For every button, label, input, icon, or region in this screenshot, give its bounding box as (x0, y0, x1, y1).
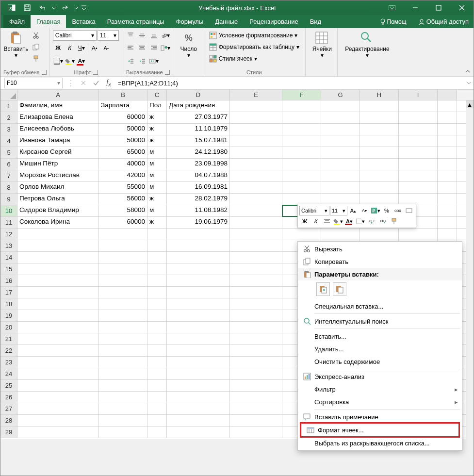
cell-B29[interactable] (99, 427, 147, 438)
row-header-26[interactable]: 26 (0, 392, 17, 403)
cell-D23[interactable] (167, 357, 230, 368)
cell-E5[interactable] (230, 147, 282, 158)
cell-A26[interactable] (17, 392, 99, 403)
row-header-23[interactable]: 23 (0, 357, 17, 368)
number-format-button[interactable]: % Число▾ (177, 30, 200, 59)
row-header-25[interactable]: 25 (0, 380, 17, 391)
cell-H6[interactable] (360, 159, 399, 170)
row-header-20[interactable]: 20 (0, 322, 17, 333)
redo-dropdown-icon[interactable] (73, 1, 79, 15)
mini-italic-button[interactable]: К (311, 216, 321, 226)
maximize-button[interactable] (427, 0, 450, 15)
cell-C24[interactable] (147, 368, 167, 379)
col-header-A[interactable]: A (17, 90, 99, 100)
decrease-indent-icon[interactable] (125, 56, 136, 66)
cell-E2[interactable] (230, 112, 282, 123)
cell-D22[interactable] (167, 345, 230, 356)
cell-H7[interactable] (360, 170, 399, 181)
mini-bold-button[interactable]: Ж (299, 216, 310, 226)
cell-E12[interactable] (230, 229, 282, 240)
cell-C8[interactable]: м (147, 182, 167, 193)
cell-G4[interactable] (321, 135, 360, 147)
menu-insert[interactable]: Вставить... (298, 330, 462, 343)
cell-C10[interactable]: м (147, 205, 167, 216)
cell-H2[interactable] (360, 112, 399, 123)
cell-D28[interactable] (167, 415, 230, 426)
mini-fill-button[interactable]: ▾ (333, 216, 343, 226)
cell-C19[interactable] (147, 310, 167, 321)
cell-B4[interactable]: 50000 (99, 135, 147, 147)
row-header-2[interactable]: 2 (0, 112, 17, 123)
cell-D6[interactable]: 23.09.1998 (167, 159, 230, 170)
cell-B21[interactable] (99, 333, 147, 345)
cell-D27[interactable] (167, 403, 230, 414)
row-header-21[interactable]: 21 (0, 333, 17, 345)
cell-B17[interactable] (99, 287, 147, 298)
cell-C27[interactable] (147, 403, 167, 414)
cell-C4[interactable]: ж (147, 135, 167, 147)
menu-smart-lookup[interactable]: Интеллектуальный поиск (298, 315, 462, 328)
mini-comma-button[interactable]: 000 (392, 206, 403, 215)
cell-A2[interactable]: Елизарова Елена (17, 112, 99, 123)
cell-A7[interactable]: Морозов Ростислав (17, 170, 99, 181)
tab-view[interactable]: Вид (304, 15, 327, 28)
cell-A24[interactable] (17, 368, 99, 379)
cell-A8[interactable]: Орлов Михаил (17, 182, 99, 193)
cell-B9[interactable]: 56000 (99, 194, 147, 205)
font-size-combo[interactable]: 11▾ (98, 30, 119, 41)
cell-D1[interactable]: Дата рождения (167, 100, 230, 112)
cell-F6[interactable] (282, 159, 321, 170)
cell-D13[interactable] (167, 240, 230, 251)
cell-B20[interactable] (99, 322, 147, 333)
cell-B24[interactable] (99, 368, 147, 379)
cell-F2[interactable] (282, 112, 321, 123)
cell-C2[interactable]: ж (147, 112, 167, 123)
menu-paste-special[interactable]: Специальная вставка... (298, 300, 462, 312)
cell-C25[interactable] (147, 380, 167, 391)
cell-B14[interactable] (99, 252, 147, 263)
cell-C5[interactable]: м (147, 147, 167, 158)
tab-insert[interactable]: Вставка (66, 15, 101, 28)
cell-C1[interactable]: Пол (147, 100, 167, 112)
cell-A4[interactable]: Иванова Тамара (17, 135, 99, 147)
expand-formula-bar-icon[interactable] (464, 81, 474, 85)
cell-D15[interactable] (167, 263, 230, 275)
cell-extra-10[interactable] (438, 205, 457, 216)
cell-extra-8[interactable] (438, 182, 457, 193)
cell-B15[interactable] (99, 263, 147, 275)
row-header-11[interactable]: 11 (0, 217, 17, 228)
cell-F12[interactable] (282, 229, 321, 240)
row-header-16[interactable]: 16 (0, 275, 17, 286)
row-header-22[interactable]: 22 (0, 345, 17, 356)
underline-button[interactable]: Ч ▾ (76, 43, 87, 53)
cell-B26[interactable] (99, 392, 147, 403)
cell-A27[interactable] (17, 403, 99, 414)
functions-dropdown-icon[interactable]: ⋮ (65, 78, 77, 88)
cell-E8[interactable] (230, 182, 282, 193)
row-header-6[interactable]: 6 (0, 159, 17, 170)
cell-D24[interactable] (167, 368, 230, 379)
cell-I7[interactable] (399, 170, 438, 181)
menu-filter[interactable]: Фильтр▸ (298, 383, 462, 395)
mini-format-painter-button[interactable] (389, 216, 399, 226)
cell-extra-7[interactable] (438, 170, 457, 181)
row-header-1[interactable]: 1 (0, 100, 17, 112)
fill-color-button[interactable]: ▾ (65, 56, 75, 66)
ribbon-options-icon[interactable] (380, 0, 404, 15)
cell-G6[interactable] (321, 159, 360, 170)
cell-E9[interactable] (230, 194, 282, 205)
cell-C6[interactable]: м (147, 159, 167, 170)
cancel-icon[interactable] (77, 78, 90, 88)
mini-merge-button[interactable] (404, 206, 414, 215)
cell-G7[interactable] (321, 170, 360, 181)
cell-D5[interactable]: 24.12.1980 (167, 147, 230, 158)
cell-H8[interactable] (360, 182, 399, 193)
col-header-H[interactable]: H (360, 90, 399, 100)
mini-grow-font-button[interactable]: A▴ (348, 206, 359, 215)
mini-align-button[interactable] (322, 216, 332, 226)
cell-I9[interactable] (399, 194, 438, 205)
cell-A1[interactable]: Фамилия, имя (17, 100, 99, 112)
cell-D9[interactable]: 28.02.1979 (167, 194, 230, 205)
cell-extra-9[interactable] (438, 194, 457, 205)
cell-E25[interactable] (230, 380, 282, 391)
